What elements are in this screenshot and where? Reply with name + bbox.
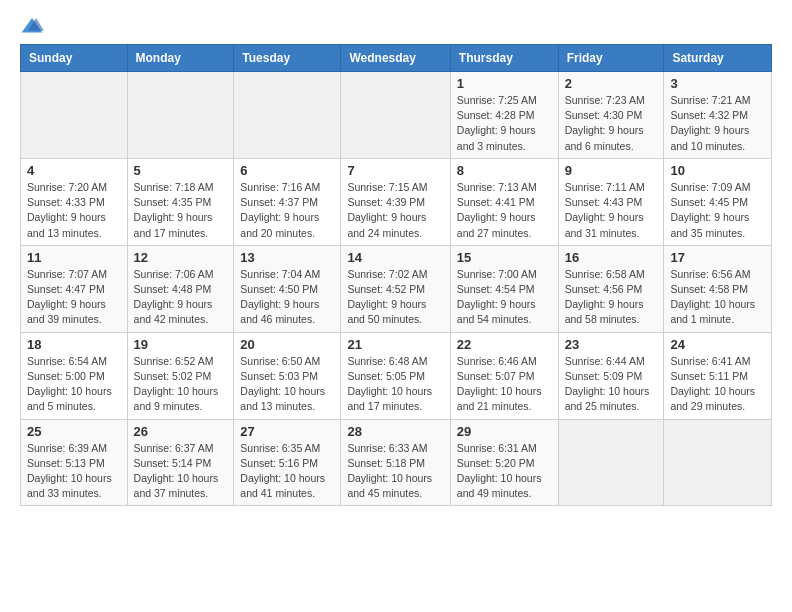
calendar-cell: 15Sunrise: 7:00 AM Sunset: 4:54 PM Dayli… (450, 245, 558, 332)
day-number: 15 (457, 250, 552, 265)
calendar-cell: 14Sunrise: 7:02 AM Sunset: 4:52 PM Dayli… (341, 245, 450, 332)
calendar-cell: 9Sunrise: 7:11 AM Sunset: 4:43 PM Daylig… (558, 158, 664, 245)
day-number: 27 (240, 424, 334, 439)
day-info: Sunrise: 7:16 AM Sunset: 4:37 PM Dayligh… (240, 180, 334, 241)
calendar-cell: 5Sunrise: 7:18 AM Sunset: 4:35 PM Daylig… (127, 158, 234, 245)
day-info: Sunrise: 7:02 AM Sunset: 4:52 PM Dayligh… (347, 267, 443, 328)
day-info: Sunrise: 6:54 AM Sunset: 5:00 PM Dayligh… (27, 354, 121, 415)
calendar-cell: 17Sunrise: 6:56 AM Sunset: 4:58 PM Dayli… (664, 245, 772, 332)
day-info: Sunrise: 7:00 AM Sunset: 4:54 PM Dayligh… (457, 267, 552, 328)
day-number: 9 (565, 163, 658, 178)
day-number: 17 (670, 250, 765, 265)
day-info: Sunrise: 7:04 AM Sunset: 4:50 PM Dayligh… (240, 267, 334, 328)
day-info: Sunrise: 7:06 AM Sunset: 4:48 PM Dayligh… (134, 267, 228, 328)
day-number: 24 (670, 337, 765, 352)
calendar-cell: 25Sunrise: 6:39 AM Sunset: 5:13 PM Dayli… (21, 419, 128, 506)
day-info: Sunrise: 6:56 AM Sunset: 4:58 PM Dayligh… (670, 267, 765, 328)
calendar-cell: 7Sunrise: 7:15 AM Sunset: 4:39 PM Daylig… (341, 158, 450, 245)
day-number: 19 (134, 337, 228, 352)
calendar-cell: 29Sunrise: 6:31 AM Sunset: 5:20 PM Dayli… (450, 419, 558, 506)
day-info: Sunrise: 7:20 AM Sunset: 4:33 PM Dayligh… (27, 180, 121, 241)
week-row-4: 18Sunrise: 6:54 AM Sunset: 5:00 PM Dayli… (21, 332, 772, 419)
weekday-header-saturday: Saturday (664, 45, 772, 72)
page-header (20, 16, 772, 36)
day-info: Sunrise: 6:48 AM Sunset: 5:05 PM Dayligh… (347, 354, 443, 415)
day-info: Sunrise: 7:13 AM Sunset: 4:41 PM Dayligh… (457, 180, 552, 241)
weekday-header-friday: Friday (558, 45, 664, 72)
day-number: 16 (565, 250, 658, 265)
day-number: 26 (134, 424, 228, 439)
calendar-cell (21, 72, 128, 159)
calendar-cell: 3Sunrise: 7:21 AM Sunset: 4:32 PM Daylig… (664, 72, 772, 159)
calendar-cell: 16Sunrise: 6:58 AM Sunset: 4:56 PM Dayli… (558, 245, 664, 332)
calendar-cell: 20Sunrise: 6:50 AM Sunset: 5:03 PM Dayli… (234, 332, 341, 419)
day-number: 21 (347, 337, 443, 352)
calendar-cell (558, 419, 664, 506)
calendar-cell: 12Sunrise: 7:06 AM Sunset: 4:48 PM Dayli… (127, 245, 234, 332)
day-info: Sunrise: 6:58 AM Sunset: 4:56 PM Dayligh… (565, 267, 658, 328)
week-row-3: 11Sunrise: 7:07 AM Sunset: 4:47 PM Dayli… (21, 245, 772, 332)
day-number: 2 (565, 76, 658, 91)
logo (20, 16, 48, 36)
day-number: 6 (240, 163, 334, 178)
day-info: Sunrise: 7:07 AM Sunset: 4:47 PM Dayligh… (27, 267, 121, 328)
week-row-1: 1Sunrise: 7:25 AM Sunset: 4:28 PM Daylig… (21, 72, 772, 159)
calendar-cell: 27Sunrise: 6:35 AM Sunset: 5:16 PM Dayli… (234, 419, 341, 506)
calendar-table: SundayMondayTuesdayWednesdayThursdayFrid… (20, 44, 772, 506)
calendar-cell: 1Sunrise: 7:25 AM Sunset: 4:28 PM Daylig… (450, 72, 558, 159)
weekday-header-sunday: Sunday (21, 45, 128, 72)
calendar-cell: 19Sunrise: 6:52 AM Sunset: 5:02 PM Dayli… (127, 332, 234, 419)
calendar-cell (341, 72, 450, 159)
calendar-cell (127, 72, 234, 159)
calendar-cell: 10Sunrise: 7:09 AM Sunset: 4:45 PM Dayli… (664, 158, 772, 245)
day-number: 4 (27, 163, 121, 178)
day-info: Sunrise: 7:25 AM Sunset: 4:28 PM Dayligh… (457, 93, 552, 154)
calendar-cell: 13Sunrise: 7:04 AM Sunset: 4:50 PM Dayli… (234, 245, 341, 332)
calendar-cell: 8Sunrise: 7:13 AM Sunset: 4:41 PM Daylig… (450, 158, 558, 245)
day-number: 7 (347, 163, 443, 178)
day-info: Sunrise: 6:41 AM Sunset: 5:11 PM Dayligh… (670, 354, 765, 415)
day-info: Sunrise: 6:31 AM Sunset: 5:20 PM Dayligh… (457, 441, 552, 502)
calendar-cell: 18Sunrise: 6:54 AM Sunset: 5:00 PM Dayli… (21, 332, 128, 419)
calendar-cell (664, 419, 772, 506)
day-info: Sunrise: 7:18 AM Sunset: 4:35 PM Dayligh… (134, 180, 228, 241)
calendar-cell: 22Sunrise: 6:46 AM Sunset: 5:07 PM Dayli… (450, 332, 558, 419)
week-row-2: 4Sunrise: 7:20 AM Sunset: 4:33 PM Daylig… (21, 158, 772, 245)
calendar-cell: 28Sunrise: 6:33 AM Sunset: 5:18 PM Dayli… (341, 419, 450, 506)
calendar-cell: 23Sunrise: 6:44 AM Sunset: 5:09 PM Dayli… (558, 332, 664, 419)
calendar-cell: 11Sunrise: 7:07 AM Sunset: 4:47 PM Dayli… (21, 245, 128, 332)
day-number: 14 (347, 250, 443, 265)
day-info: Sunrise: 7:11 AM Sunset: 4:43 PM Dayligh… (565, 180, 658, 241)
weekday-header-thursday: Thursday (450, 45, 558, 72)
day-number: 8 (457, 163, 552, 178)
day-number: 20 (240, 337, 334, 352)
day-number: 12 (134, 250, 228, 265)
day-info: Sunrise: 6:35 AM Sunset: 5:16 PM Dayligh… (240, 441, 334, 502)
calendar-cell: 2Sunrise: 7:23 AM Sunset: 4:30 PM Daylig… (558, 72, 664, 159)
week-row-5: 25Sunrise: 6:39 AM Sunset: 5:13 PM Dayli… (21, 419, 772, 506)
day-info: Sunrise: 6:39 AM Sunset: 5:13 PM Dayligh… (27, 441, 121, 502)
day-info: Sunrise: 7:23 AM Sunset: 4:30 PM Dayligh… (565, 93, 658, 154)
day-number: 25 (27, 424, 121, 439)
day-info: Sunrise: 6:52 AM Sunset: 5:02 PM Dayligh… (134, 354, 228, 415)
day-info: Sunrise: 6:44 AM Sunset: 5:09 PM Dayligh… (565, 354, 658, 415)
day-info: Sunrise: 6:33 AM Sunset: 5:18 PM Dayligh… (347, 441, 443, 502)
day-number: 28 (347, 424, 443, 439)
calendar-cell (234, 72, 341, 159)
day-number: 22 (457, 337, 552, 352)
day-number: 23 (565, 337, 658, 352)
weekday-header-row: SundayMondayTuesdayWednesdayThursdayFrid… (21, 45, 772, 72)
day-number: 10 (670, 163, 765, 178)
day-info: Sunrise: 6:50 AM Sunset: 5:03 PM Dayligh… (240, 354, 334, 415)
day-number: 18 (27, 337, 121, 352)
weekday-header-wednesday: Wednesday (341, 45, 450, 72)
calendar-cell: 24Sunrise: 6:41 AM Sunset: 5:11 PM Dayli… (664, 332, 772, 419)
calendar-cell: 6Sunrise: 7:16 AM Sunset: 4:37 PM Daylig… (234, 158, 341, 245)
day-info: Sunrise: 7:09 AM Sunset: 4:45 PM Dayligh… (670, 180, 765, 241)
calendar-cell: 4Sunrise: 7:20 AM Sunset: 4:33 PM Daylig… (21, 158, 128, 245)
weekday-header-tuesday: Tuesday (234, 45, 341, 72)
day-number: 29 (457, 424, 552, 439)
day-info: Sunrise: 7:21 AM Sunset: 4:32 PM Dayligh… (670, 93, 765, 154)
day-number: 5 (134, 163, 228, 178)
calendar-cell: 26Sunrise: 6:37 AM Sunset: 5:14 PM Dayli… (127, 419, 234, 506)
